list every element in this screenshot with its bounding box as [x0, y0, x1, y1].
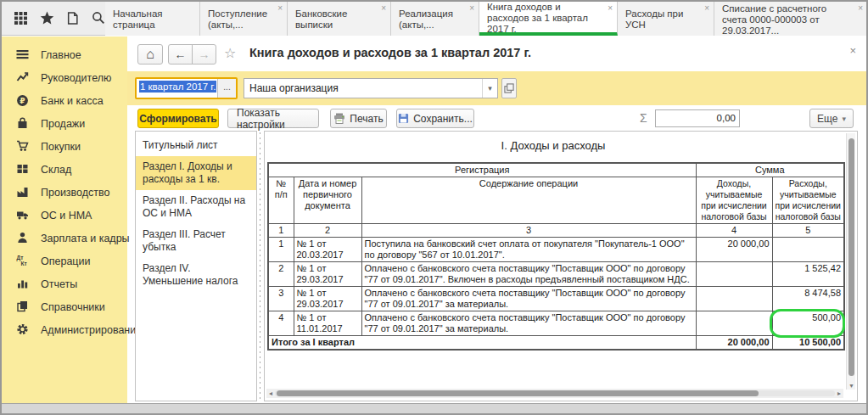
cell-doc[interactable]: № 1 от 29.03.2017 [294, 262, 361, 287]
report-header: ⌂ ← → ☆ Книга доходов и расходов за 1 кв… [127, 36, 866, 71]
totals-income[interactable]: 20 000,00 [696, 336, 772, 351]
sidebar-item-sklad[interactable]: Склад [2, 158, 127, 181]
sidebar-item-administrirovanie[interactable]: Администрирование [2, 318, 127, 341]
show-settings-button[interactable]: Показать настройки [227, 109, 319, 128]
section-item-razdel-1[interactable]: Раздел I. Доходы и расходы за 1 кв. [136, 156, 256, 190]
bag-icon [16, 117, 30, 130]
app-window: Начальная страница Поступление (акты,...… [0, 0, 868, 415]
vertical-scroll-thumb[interactable] [848, 138, 854, 376]
system-icons [2, 2, 105, 35]
cell-expense[interactable]: 1 525,42 [772, 262, 844, 287]
sidebar-label: Операции [41, 255, 90, 267]
sidebar-item-proizvodstvo[interactable]: Производство [2, 181, 127, 204]
apps-menu-icon[interactable] [14, 11, 28, 25]
table-row: 1 № 1 от 20.03.2017 Поступила на банковс… [268, 238, 844, 262]
books-icon [16, 300, 30, 313]
section-item-razdel-4[interactable]: Раздел IV. Уменьшение налога [136, 258, 256, 292]
cell-income[interactable] [696, 287, 772, 311]
sidebar-item-glavnoe[interactable]: Главное [2, 43, 127, 66]
section-item-razdel-3[interactable]: Раздел III. Расчет убытка [136, 224, 256, 258]
favorite-star-icon[interactable]: ☆ [224, 45, 236, 61]
organization-open-button[interactable] [501, 78, 517, 98]
tab-close-icon[interactable]: × [381, 4, 386, 13]
tab-bank-statements[interactable]: Банковские выписки× [288, 2, 391, 36]
tab-close-icon[interactable]: × [277, 4, 283, 13]
forward-button[interactable]: → [192, 44, 216, 64]
home-button[interactable]: ⌂ [137, 44, 163, 64]
save-button[interactable]: Сохранить... [396, 109, 474, 128]
section-item-title-page[interactable]: Титульный лист [136, 135, 256, 156]
tab-realizaciya[interactable]: Реализация (акты,...× [391, 2, 479, 36]
tab-close-icon[interactable]: × [469, 4, 474, 13]
chevron-down-icon[interactable]: ▾ [482, 79, 497, 98]
sidebar-item-prodazhi[interactable]: Продажи [2, 112, 127, 135]
cell-doc[interactable]: № 1 от 11.01.2017 [294, 311, 361, 336]
cell-expense-highlighted[interactable]: 500,00 [772, 311, 844, 336]
horizontal-scrollbar[interactable]: ◂ ▸ [266, 389, 843, 398]
form-close-icon[interactable]: × [849, 44, 856, 57]
tab-label: Реализация (акты,... [399, 8, 465, 31]
cell-doc[interactable]: № 1 от 20.03.2017 [294, 238, 361, 262]
horizontal-scroll-track[interactable] [275, 390, 835, 396]
generate-button[interactable]: Сформировать [137, 109, 219, 128]
panel-splitter[interactable] [259, 132, 261, 400]
history-icon[interactable] [66, 11, 80, 25]
sidebar-item-zarplata-kadry[interactable]: Зарплата и кадры [2, 227, 127, 250]
page-title: Книга доходов и расходов за 1 квартал 20… [249, 46, 531, 59]
sidebar-item-operacii[interactable]: ДтКтОперации [2, 250, 127, 272]
cell-doc[interactable]: № 1 от 29.03.2017 [294, 287, 361, 311]
more-button[interactable]: Еще▾ [809, 109, 854, 128]
period-picker-button[interactable]: ... [217, 79, 236, 98]
back-button[interactable]: ← [168, 44, 193, 64]
cell-expense[interactable] [772, 238, 844, 262]
cell-income[interactable] [696, 311, 772, 336]
cell-num[interactable]: 4 [268, 311, 294, 336]
sidebar-item-spravochniki[interactable]: Справочники [2, 295, 127, 318]
table-row: 4 № 1 от 11.01.2017 Оплачено с банковско… [268, 311, 844, 336]
tab-close-icon[interactable]: × [858, 4, 863, 13]
sum-sigma-icon: Σ [640, 111, 647, 125]
open-link-icon [504, 83, 514, 93]
sidebar-item-rukovoditelyu[interactable]: Руководителю [2, 66, 127, 89]
report-section-title: I. Доходы и расходы [265, 139, 842, 152]
organization-combo[interactable]: Наша организация ▾ [244, 78, 498, 98]
totals-expense[interactable]: 10 500,00 [772, 336, 844, 351]
col-number: 4 [696, 224, 772, 238]
cell-content[interactable]: Оплачено с банковского счета поставщику … [361, 311, 696, 336]
cell-content[interactable]: Оплачено с банковского счета поставщику … [361, 287, 696, 311]
horizontal-scroll-thumb[interactable] [277, 390, 759, 396]
truck-icon [16, 209, 30, 222]
scroll-left-icon[interactable]: ◂ [266, 390, 275, 397]
tab-close-icon[interactable]: × [704, 4, 709, 13]
cell-income[interactable] [696, 262, 772, 287]
cell-num[interactable]: 3 [268, 287, 294, 311]
tab-home-page[interactable]: Начальная страница [105, 2, 200, 36]
cell-content[interactable]: Поступила на банковский счет оплата от п… [361, 238, 696, 262]
cell-expense[interactable]: 8 474,58 [772, 287, 844, 311]
tab-account-writeoff[interactable]: Списание с расчетного счета 0000-000003 … [714, 2, 868, 36]
cell-content[interactable]: Оплачено с банковского счета поставщику … [361, 262, 696, 287]
group-header-row: Регистрация Сумма [268, 163, 844, 177]
scroll-down-icon[interactable]: ▼ [848, 383, 854, 389]
col-header-num: № п/п [268, 177, 294, 224]
sidebar-item-os-nma[interactable]: ОС и НМА [2, 204, 127, 227]
favorites-icon[interactable] [40, 11, 54, 25]
section-item-razdel-2[interactable]: Раздел II. Расходы на ОС и НМА [136, 190, 256, 224]
tab-income-expense-book[interactable]: Книга доходов и расходов за 1 квартал 20… [479, 2, 618, 36]
tab-postuplenie[interactable]: Поступление (акты,...× [200, 2, 288, 36]
search-icon[interactable] [92, 11, 105, 25]
tab-usn-expenses[interactable]: Расходы при УСН× [618, 2, 714, 36]
sum-field[interactable]: 0,00 [655, 109, 740, 127]
scroll-right-icon[interactable]: ▸ [835, 390, 843, 397]
sidebar-item-pokupki[interactable]: Покупки [2, 135, 127, 158]
tab-close-icon[interactable]: × [608, 4, 613, 13]
period-input[interactable]: 1 квартал 2017 г. [137, 79, 217, 98]
cell-num[interactable]: 1 [268, 238, 294, 262]
cell-income[interactable]: 20 000,00 [696, 238, 772, 262]
vertical-scrollbar[interactable]: ▼ [846, 133, 855, 390]
cell-num[interactable]: 2 [268, 262, 294, 287]
sidebar-item-otchety[interactable]: Отчеты [2, 272, 127, 295]
sidebar-item-bank-kassa[interactable]: ₽Банк и касса [2, 89, 127, 112]
trend-icon [16, 71, 30, 84]
print-button[interactable]: Печать [330, 109, 387, 128]
